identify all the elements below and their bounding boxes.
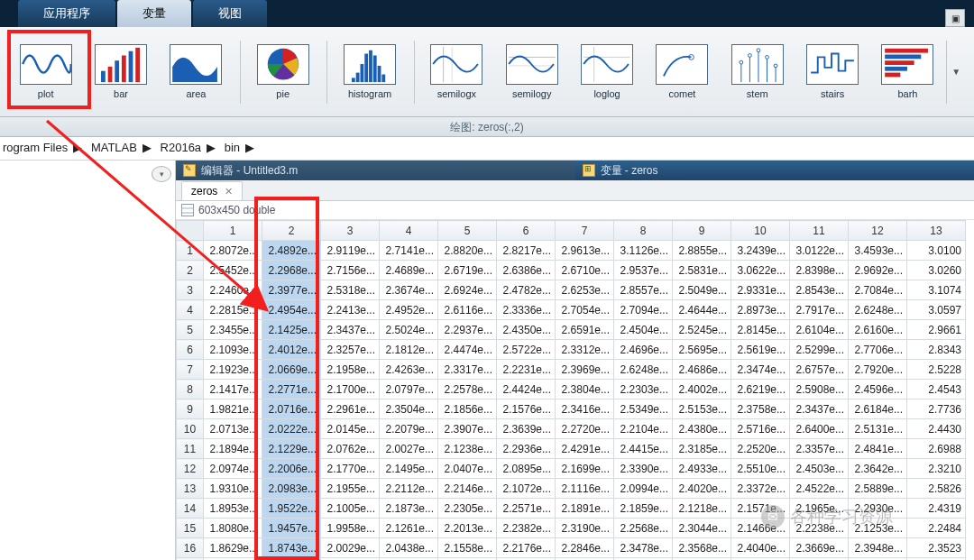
cell[interactable]: 1.8743e...: [262, 538, 321, 558]
crumb[interactable]: rogram Files: [0, 141, 70, 154]
cell[interactable]: 2.2578e...: [438, 380, 497, 399]
cell[interactable]: 2.6988: [907, 439, 966, 459]
cell[interactable]: 2.4933e...: [673, 459, 731, 479]
cell[interactable]: 2.2937e...: [438, 320, 497, 340]
cell[interactable]: 2.8145e...: [731, 320, 790, 340]
cell[interactable]: 3.0597: [907, 300, 966, 320]
cell[interactable]: 2.1116e...: [556, 479, 614, 499]
cell[interactable]: 2.9661: [907, 320, 966, 340]
cell[interactable]: 2.1955e...: [321, 479, 380, 499]
cell[interactable]: 2.1229e...: [262, 439, 321, 459]
cell[interactable]: 2.8217e...: [497, 241, 556, 261]
cell[interactable]: 2.3455e...: [204, 320, 262, 340]
row-header[interactable]: 3: [177, 280, 204, 300]
cell[interactable]: 2.3523: [907, 538, 966, 558]
cell[interactable]: 2.0407e...: [438, 459, 497, 479]
gallery-area[interactable]: area: [160, 44, 233, 99]
cell[interactable]: 2.8398e...: [790, 261, 849, 280]
column-header[interactable]: 3: [321, 221, 380, 241]
cell[interactable]: 2.4892e...: [262, 241, 321, 261]
cell[interactable]: 2.4696e...: [614, 340, 673, 360]
column-header[interactable]: 7: [556, 221, 614, 241]
row-header[interactable]: 2: [177, 261, 204, 280]
cell[interactable]: 2.5889e...: [849, 479, 907, 499]
cell[interactable]: 2.4040e...: [731, 538, 790, 558]
cell[interactable]: 2.5826: [907, 479, 966, 499]
cell[interactable]: 2.7094e...: [614, 300, 673, 320]
cell[interactable]: 2.6104e...: [790, 320, 849, 340]
cell[interactable]: 2.6591e...: [556, 320, 614, 340]
cell[interactable]: 2.0438e...: [380, 538, 438, 558]
cell[interactable]: 2.2303e...: [614, 380, 673, 399]
cell[interactable]: 1.9522e...: [262, 499, 321, 519]
cell[interactable]: 2.2079e...: [380, 419, 438, 439]
crumb[interactable]: MATLAB: [88, 141, 140, 154]
cell[interactable]: 2.5049e...: [673, 280, 731, 300]
cell[interactable]: 2.4522e...: [790, 479, 849, 499]
cell[interactable]: 2.2146e...: [438, 479, 497, 499]
cell[interactable]: 2.4543: [907, 380, 966, 399]
cell[interactable]: 2.3437e...: [790, 399, 849, 419]
row-header[interactable]: 8: [177, 380, 204, 399]
cell[interactable]: 2.5510e...: [731, 459, 790, 479]
cell[interactable]: 2.6757e...: [790, 360, 849, 380]
cell[interactable]: 2.3669e...: [790, 538, 849, 558]
cell[interactable]: 2.3969e...: [556, 360, 614, 380]
cell[interactable]: 2.1812e...: [380, 340, 438, 360]
cell[interactable]: 2.5153e...: [673, 399, 731, 419]
gallery-pie[interactable]: pie: [246, 44, 319, 99]
cell[interactable]: 2.1072e...: [497, 479, 556, 499]
cell[interactable]: 2.2460e...: [204, 280, 262, 300]
cell[interactable]: 2.0222e...: [262, 419, 321, 439]
cell[interactable]: 2.4430: [907, 419, 966, 439]
cell[interactable]: 2.1261e...: [380, 519, 438, 538]
cell[interactable]: 2.2771e...: [262, 380, 321, 399]
cell[interactable]: 2.1558e...: [438, 538, 497, 558]
crumb[interactable]: bin: [222, 141, 243, 154]
row-header[interactable]: 13: [177, 479, 204, 499]
cell[interactable]: 2.3312e...: [556, 340, 614, 360]
column-header[interactable]: 2: [262, 221, 321, 241]
cell[interactable]: 2.2231e...: [497, 360, 556, 380]
cell[interactable]: 2.1576e...: [497, 399, 556, 419]
cell[interactable]: 2.4319: [907, 499, 966, 519]
cell[interactable]: 2.4841e...: [849, 439, 907, 459]
cell[interactable]: 2.6400e...: [790, 419, 849, 439]
cell[interactable]: 2.5619e...: [731, 340, 790, 360]
cell[interactable]: 2.2176e...: [497, 538, 556, 558]
cell[interactable]: 2.4689e...: [380, 261, 438, 280]
cell[interactable]: 1.8629e...: [204, 538, 262, 558]
tab-view[interactable]: 视图: [193, 0, 267, 27]
column-header[interactable]: 4: [380, 221, 438, 241]
cell[interactable]: 2.1238e...: [438, 439, 497, 459]
cell[interactable]: 2.4686e...: [673, 360, 731, 380]
cell[interactable]: 2.7706e...: [849, 340, 907, 360]
row-header[interactable]: 1: [177, 241, 204, 261]
crumb[interactable]: R2016a: [158, 141, 205, 154]
cell[interactable]: 2.1425e...: [262, 320, 321, 340]
editor-pane-title[interactable]: 编辑器 - Untitled3.m: [176, 161, 575, 180]
row-header[interactable]: 7: [177, 360, 204, 380]
cell[interactable]: 2.6386e...: [497, 261, 556, 280]
cell[interactable]: 2.5299e...: [790, 340, 849, 360]
column-header[interactable]: 8: [614, 221, 673, 241]
cell[interactable]: 2.1770e...: [321, 459, 380, 479]
gallery-comet[interactable]: comet: [646, 44, 719, 99]
row-header[interactable]: 5: [177, 320, 204, 340]
cell[interactable]: 2.4644e...: [673, 300, 731, 320]
cell[interactable]: 2.2112e...: [380, 479, 438, 499]
cell[interactable]: 2.3372e...: [731, 479, 790, 499]
cell[interactable]: 2.3804e...: [556, 380, 614, 399]
cell[interactable]: 2.1859e...: [614, 499, 673, 519]
row-header[interactable]: 12: [177, 459, 204, 479]
cell[interactable]: 2.2936e...: [497, 439, 556, 459]
column-header[interactable]: 13: [907, 221, 966, 241]
cell[interactable]: 3.4593e...: [849, 241, 907, 261]
cell[interactable]: 2.1891e...: [556, 499, 614, 519]
gallery-plot[interactable]: plot: [9, 44, 82, 99]
cell[interactable]: 2.1495e...: [380, 459, 438, 479]
cell[interactable]: 2.1894e...: [204, 439, 262, 459]
panel-menu-button[interactable]: ▾: [152, 166, 171, 182]
cell[interactable]: 1.9821e...: [204, 399, 262, 419]
gallery-semilogy[interactable]: semilogy: [495, 44, 568, 99]
